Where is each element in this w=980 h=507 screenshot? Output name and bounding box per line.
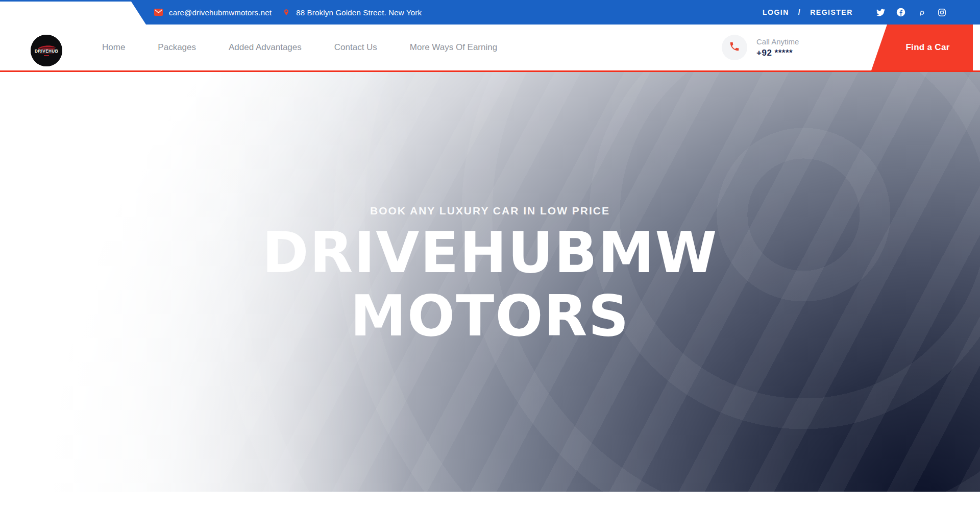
hero-title: DRIVEHUBMW MOTORS	[0, 221, 980, 348]
register-link[interactable]: REGISTER	[810, 8, 853, 16]
menu-item-home[interactable]: Home	[102, 42, 125, 53]
twitter-icon[interactable]	[876, 8, 885, 17]
address-text: 88 Broklyn Golden Street. New York	[296, 8, 422, 17]
call-anytime-label: Call Anytime	[756, 37, 799, 46]
email-text: care@drivehubmwmotors.net	[169, 8, 272, 17]
address-item[interactable]: 88 Broklyn Golden Street. New York	[283, 8, 422, 17]
email-link[interactable]: care@drivehubmwmotors.net	[154, 8, 272, 17]
email-icon	[154, 9, 163, 16]
page: care@drivehubmwmotors.net 88 Broklyn Gol…	[0, 0, 980, 507]
navbar: DRIVEHUB Home Packages Added Advantages …	[0, 25, 980, 72]
call-text-block: Call Anytime +92 *****	[756, 37, 799, 58]
menu-item-packages[interactable]: Packages	[158, 42, 196, 53]
facebook-icon[interactable]	[896, 8, 905, 17]
hero-kicker: BOOK ANY LUXURY CAR IN LOW PRICE	[0, 205, 980, 217]
find-a-car-button[interactable]: Find a Car	[871, 25, 973, 70]
hero-section: BOOK ANY LUXURY CAR IN LOW PRICE DRIVEHU…	[0, 72, 980, 492]
menu-item-contact-us[interactable]: Contact Us	[334, 42, 377, 53]
instagram-icon[interactable]	[937, 8, 946, 17]
topbar-contact-group: care@drivehubmwmotors.net 88 Broklyn Gol…	[154, 0, 422, 25]
find-a-car-label: Find a Car	[894, 42, 949, 53]
hero-title-line1: DRIVEHUBMW	[0, 221, 980, 284]
topbar-white-notch	[0, 2, 146, 25]
phone-number[interactable]: +92 *****	[756, 48, 799, 58]
hero-title-line2: MOTORS	[0, 284, 980, 348]
login-register-divider: /	[798, 8, 801, 16]
menu-item-added-advantages[interactable]: Added Advantages	[229, 42, 302, 53]
bottom-white-strip	[0, 492, 980, 507]
phone-icon	[729, 41, 740, 54]
phone-icon-circle	[722, 35, 747, 60]
hero-content: BOOK ANY LUXURY CAR IN LOW PRICE DRIVEHU…	[0, 205, 980, 348]
menu-item-more-ways-of-earning[interactable]: More Ways Of Earning	[410, 42, 497, 53]
login-link[interactable]: LOGIN	[763, 8, 789, 16]
svg-text:DRIVEHUB: DRIVEHUB	[35, 49, 58, 54]
logo[interactable]: DRIVEHUB	[31, 35, 62, 66]
call-anytime-group: Call Anytime +92 *****	[722, 25, 799, 70]
main-menu: Home Packages Added Advantages Contact U…	[102, 25, 497, 70]
location-pin-icon	[283, 8, 290, 17]
account-group: LOGIN / REGISTER	[763, 0, 853, 25]
pinterest-icon[interactable]	[917, 8, 926, 17]
social-group	[876, 0, 946, 25]
topbar: care@drivehubmwmotors.net 88 Broklyn Gol…	[0, 0, 980, 25]
